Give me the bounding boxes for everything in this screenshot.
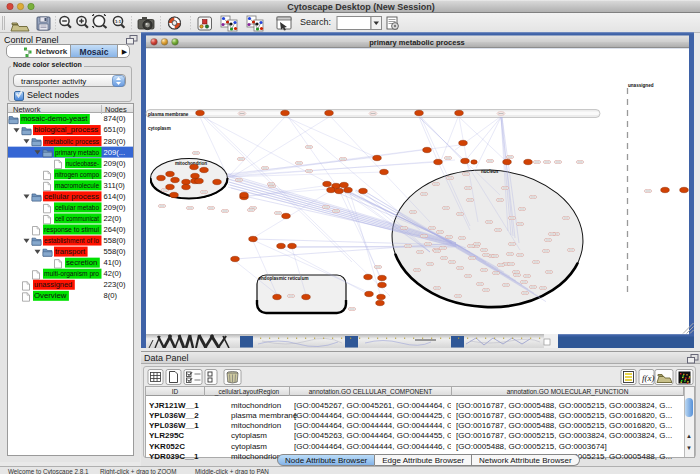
svg-text:264(0): 264(0) (104, 225, 126, 234)
svg-text:plasma membrane: plasma membrane (148, 112, 189, 117)
svg-text:558(0): 558(0) (104, 247, 126, 256)
svg-text:558(0): 558(0) (104, 236, 126, 245)
svg-text:cellular process: cellular process (44, 192, 99, 201)
svg-text:nitrogen compo: nitrogen compo (55, 170, 99, 179)
svg-text:multi-organism pro: multi-organism pro (44, 269, 99, 278)
svg-text:cell communicat: cell communicat (55, 214, 100, 223)
svg-text:41(0): 41(0) (104, 258, 122, 267)
svg-text:874(0): 874(0) (104, 114, 126, 123)
svg-text:primary metabolic process: primary metabolic process (369, 38, 464, 47)
svg-text:Search:: Search: (300, 17, 331, 27)
svg-text:transport: transport (55, 247, 86, 256)
svg-text:651(0): 651(0) (104, 125, 126, 134)
svg-text:209(...: 209(... (104, 148, 126, 157)
svg-text:1:1: 1:1 (115, 19, 122, 24)
svg-text:209(0): 209(0) (104, 203, 126, 212)
svg-text:209(0): 209(0) (104, 159, 126, 168)
svg-text:Overview: Overview (34, 291, 67, 300)
svg-text:response to stimul: response to stimul (44, 225, 99, 234)
svg-text:8(0): 8(0) (104, 291, 118, 300)
svg-text:42(0): 42(0) (104, 269, 122, 278)
svg-text:biological_process: biological_process (34, 125, 98, 134)
svg-text:unassigned: unassigned (34, 280, 72, 289)
svg-text:311(0): 311(0) (104, 181, 126, 190)
svg-text:nucleus: nucleus (481, 169, 499, 174)
svg-text:209(0): 209(0) (104, 170, 126, 179)
svg-text:metabolic process: metabolic process (44, 137, 99, 146)
svg-text:establishment of lo: establishment of lo (44, 236, 99, 245)
svg-text:nucleobase-: nucleobase- (66, 159, 99, 168)
svg-text:unassigned: unassigned (628, 83, 654, 88)
svg-text:223(0): 223(0) (104, 280, 126, 289)
svg-text:f(x): f(x) (642, 373, 655, 383)
svg-text:cellular metabo: cellular metabo (55, 203, 99, 212)
svg-text:280(0): 280(0) (104, 137, 126, 146)
svg-text:22(0): 22(0) (104, 214, 122, 223)
svg-text:cytoplasm: cytoplasm (148, 126, 171, 131)
svg-text:mosaic-demo-yeast: mosaic-demo-yeast (21, 114, 88, 123)
svg-text:614(0): 614(0) (104, 192, 126, 201)
svg-text:primary metabo: primary metabo (55, 148, 99, 157)
svg-text:secretion: secretion (66, 258, 97, 267)
svg-text:macromolecule: macromolecule (55, 181, 99, 190)
